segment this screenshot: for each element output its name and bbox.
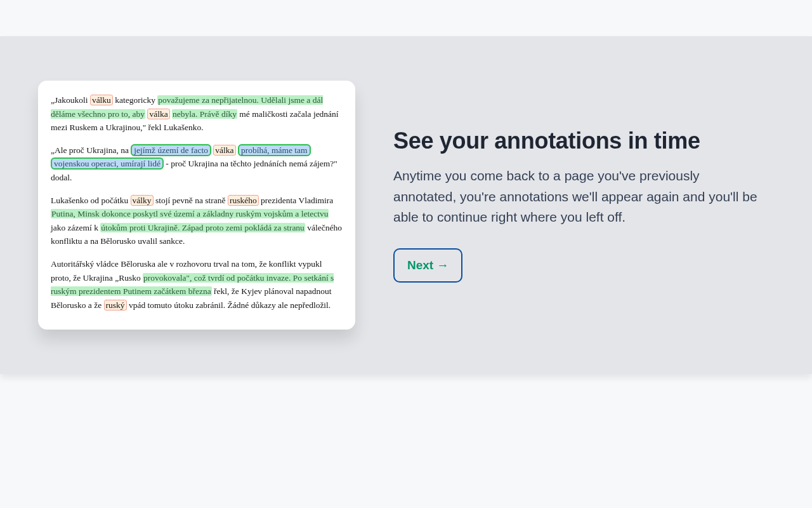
- article-text: kategoricky: [113, 95, 157, 105]
- annotation-box-red[interactable]: války: [131, 195, 154, 206]
- hero-headline: See your annotations in time: [393, 128, 761, 154]
- article-text: „Jakoukoli: [51, 95, 90, 105]
- article-paragraph: „Jakoukoli válku kategoricky považujeme …: [51, 93, 343, 135]
- annotation-box-red[interactable]: válka: [213, 145, 235, 156]
- annotation-highlight-green[interactable]: Putina, Minsk dokonce poskytl své území …: [51, 209, 329, 218]
- annotated-article-card: „Jakoukoli válku kategoricky považujeme …: [38, 81, 355, 330]
- article-paragraph: Autoritářský vládce Běloruska ale v rozh…: [51, 257, 343, 312]
- annotation-highlight-green[interactable]: útokům proti Ukrajině. Západ proto zemi …: [100, 223, 305, 232]
- article-text: „Ale proč Ukrajina, na: [51, 145, 131, 155]
- annotation-box-red[interactable]: ruský: [104, 300, 127, 311]
- annotation-box-red[interactable]: ruského: [228, 195, 259, 206]
- annotation-highlight-green[interactable]: nebyla. Právě díky: [172, 109, 237, 119]
- article-paragraph: Lukašenko od počátku války stojí pevně n…: [51, 194, 343, 248]
- annotation-box-red[interactable]: válku: [90, 95, 113, 105]
- article-paragraph: „Ale proč Ukrajina, na jejímž území de f…: [51, 144, 343, 185]
- hero-subtext: Anytime you come back to a page you've p…: [393, 166, 761, 228]
- hero-copy: See your annotations in time Anytime you…: [393, 128, 774, 283]
- article-text: jako zázemí k: [51, 223, 100, 232]
- next-button-label: Next →: [407, 258, 449, 272]
- hero-section: „Jakoukoli válku kategoricky považujeme …: [0, 36, 812, 374]
- annotation-box-red[interactable]: válka: [147, 109, 169, 119]
- article-text: stojí pevně na straně: [154, 196, 228, 205]
- article-text: prezidenta Vladimira: [259, 196, 333, 205]
- annotation-highlight-blue[interactable]: jejímž území de facto: [131, 144, 211, 156]
- article-text: Lukašenko od počátku: [51, 196, 131, 205]
- article-text: vpád tomuto útoku zabránil. Žádné důkazy…: [127, 300, 331, 310]
- next-button[interactable]: Next →: [393, 248, 462, 283]
